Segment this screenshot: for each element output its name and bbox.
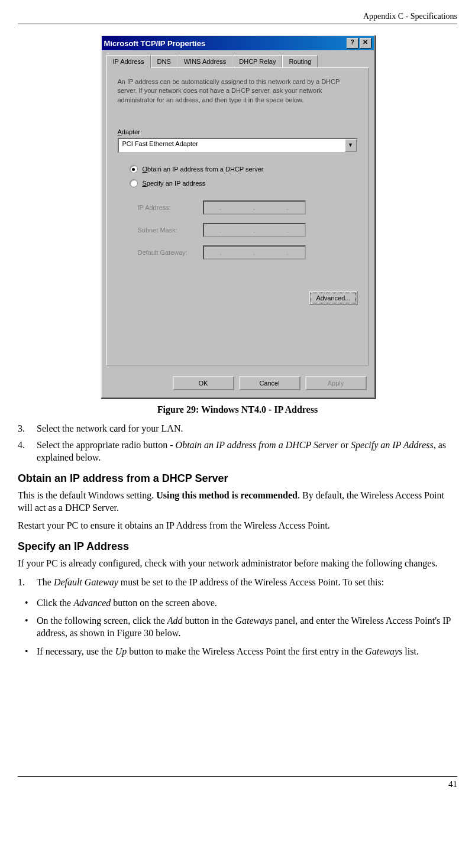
tab-routing[interactable]: Routing	[282, 55, 318, 67]
page-header: Appendix C - Specifications	[18, 12, 457, 21]
dialog-titlebar: Microsoft TCP/IP Properties ? ✕	[102, 36, 374, 50]
footer-rule	[18, 776, 457, 777]
advanced-button[interactable]: Advanced...	[309, 291, 357, 305]
steps-list: 3. Select the network card for your LAN.…	[18, 422, 457, 464]
close-icon[interactable]: ✕	[360, 38, 371, 48]
default-gateway-input: ...	[203, 245, 306, 260]
ip-address-label: IP Address:	[138, 204, 203, 211]
adapter-dropdown[interactable]: PCI Fast Ethernet Adapter ▼	[118, 138, 358, 153]
radio-dhcp-label: Obtain an IP address from a DHCP server	[143, 166, 264, 173]
radio-dhcp[interactable]: Obtain an IP address from a DHCP server	[130, 165, 358, 173]
page-number: 41	[18, 779, 457, 789]
adapter-label: Adapter:	[118, 128, 358, 135]
specify-steps: 1. The Default Gateway must be set to th…	[18, 576, 457, 589]
bullet-2: On the following screen, click the Add b…	[37, 615, 457, 640]
header-rule	[18, 24, 457, 24]
tab-dhcp-relay[interactable]: DHCP Relay	[232, 55, 282, 67]
adapter-value: PCI Fast Ethernet Adapter	[119, 139, 345, 152]
figure-container: Microsoft TCP/IP Properties ? ✕ IP Addre…	[18, 35, 457, 399]
ip-address-input: ...	[203, 200, 306, 215]
ip-group: IP Address: ... Subnet Mask: ... Default…	[130, 192, 358, 276]
default-gateway-label: Default Gateway:	[138, 249, 203, 256]
para-dhcp-2: Restart your PC to ensure it obtains an …	[18, 520, 457, 532]
tabs-row: IP Address DNS WINS Address DHCP Relay R…	[102, 50, 374, 67]
radio-icon-selected	[130, 165, 138, 173]
radio-specify[interactable]: Specify an IP address	[130, 179, 358, 187]
specify-step-1: 1. The Default Gateway must be set to th…	[18, 576, 457, 589]
tab-dns[interactable]: DNS	[151, 55, 177, 67]
bullet-3: If necessary, use the Up button to make …	[37, 646, 457, 658]
bullet-1: Click the Advanced button on the screen …	[37, 597, 457, 610]
tcpip-dialog: Microsoft TCP/IP Properties ? ✕ IP Addre…	[101, 35, 375, 399]
dialog-description: An IP address can be automatically assig…	[118, 77, 358, 105]
step-4: 4. Select the appropriate radio button -…	[18, 439, 457, 464]
radio-specify-label: Specify an IP address	[143, 180, 206, 187]
apply-button: Apply	[305, 376, 367, 390]
tab-wins[interactable]: WINS Address	[177, 55, 233, 67]
bullet-list: Click the Advanced button on the screen …	[18, 597, 457, 658]
figure-caption: Figure 29: Windows NT4.0 - IP Address	[18, 404, 457, 415]
heading-specify: Specify an IP Address	[18, 540, 457, 553]
chevron-down-icon[interactable]: ▼	[345, 139, 357, 152]
radio-icon-unselected	[130, 179, 138, 187]
para-specify-1: If your PC is already configured, check …	[18, 558, 457, 570]
help-icon[interactable]: ?	[347, 38, 358, 48]
subnet-mask-input: ...	[203, 223, 306, 237]
tab-ip-address[interactable]: IP Address	[106, 55, 151, 68]
heading-dhcp: Obtain an IP address from a DHCP Server	[18, 472, 457, 485]
subnet-mask-label: Subnet Mask:	[138, 226, 203, 234]
dialog-title: Microsoft TCP/IP Properties	[104, 39, 206, 48]
step-3: 3. Select the network card for your LAN.	[18, 422, 457, 435]
cancel-button[interactable]: Cancel	[239, 376, 300, 390]
ok-button[interactable]: OK	[173, 376, 234, 390]
dialog-buttons: OK Cancel Apply	[102, 370, 374, 397]
para-dhcp-1: This is the default Windows setting. Usi…	[18, 490, 457, 514]
tab-content: An IP address can be automatically assig…	[106, 67, 369, 365]
